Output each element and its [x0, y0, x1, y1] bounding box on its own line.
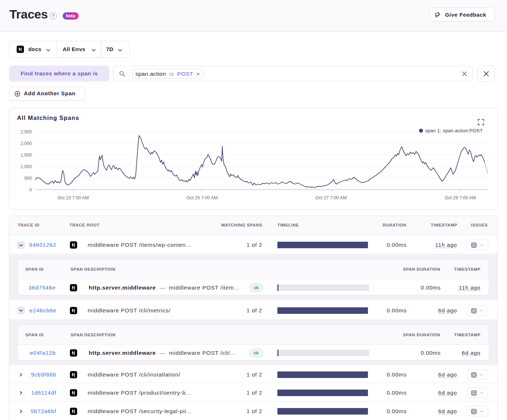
- svg-text:1,500: 1,500: [21, 153, 32, 158]
- svg-text:Oct 23 7:00 AM: Oct 23 7:00 AM: [58, 195, 89, 200]
- svg-text:Oct 27 7:00 AM: Oct 27 7:00 AM: [315, 195, 347, 200]
- svg-text:1,000: 1,000: [21, 164, 32, 169]
- svg-text:Oct 25 7:00 AM: Oct 25 7:00 AM: [187, 195, 218, 200]
- svg-text:Oct 29 7:00 AM: Oct 29 7:00 AM: [445, 195, 476, 200]
- svg-text:500: 500: [24, 176, 32, 181]
- svg-text:2,000: 2,000: [21, 141, 32, 146]
- svg-text:2,500: 2,500: [21, 129, 32, 134]
- svg-text:0: 0: [29, 187, 32, 192]
